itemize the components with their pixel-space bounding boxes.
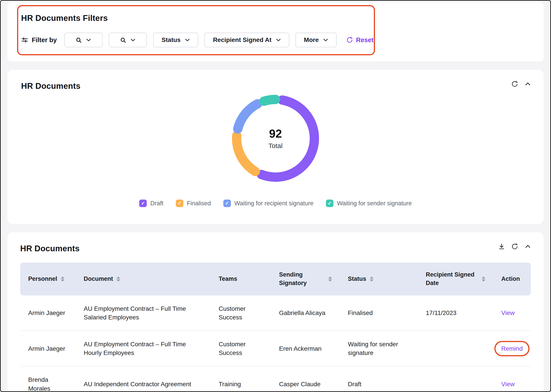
column-label: Action <box>501 275 520 283</box>
cell-sending-signatory: Casper Claude <box>271 366 340 392</box>
search-filter-dropdown-1[interactable] <box>64 33 103 47</box>
status-filter-dropdown[interactable]: Status <box>153 33 198 47</box>
table-row: Armin Jaeger AU Employment Contract – Fu… <box>20 295 531 331</box>
chart-card-title: HR Documents <box>21 81 530 91</box>
chevron-down-icon <box>276 38 281 42</box>
donut-total-label: Total <box>268 142 282 150</box>
sort-icon[interactable] <box>328 277 332 281</box>
legend-item-draft[interactable]: Draft <box>139 200 163 207</box>
table-row: Brenda Morales AU Independent Contractor… <box>20 366 531 392</box>
reset-icon <box>346 37 353 43</box>
donut-total-value: 92 <box>269 127 282 140</box>
cell-document: AU Employment Contract – Full Time Salar… <box>76 295 211 331</box>
column-header-document[interactable]: Document <box>76 263 211 295</box>
search-icon <box>76 37 82 43</box>
sort-icon[interactable] <box>117 277 120 281</box>
filter-row: Filter by <box>21 33 530 47</box>
column-label: Recipient Signed Date <box>426 271 478 287</box>
donut-chart: 92 Total <box>229 92 322 185</box>
table-header-row: Personnel Document Teams Sending Signato… <box>20 263 531 295</box>
cell-action: Remind <box>493 331 531 366</box>
chevron-down-icon <box>323 38 328 42</box>
recipient-signed-at-filter-dropdown[interactable]: Recipient Signed At <box>204 33 289 47</box>
collapse-chevron-up-icon[interactable] <box>524 81 531 87</box>
recipient-signed-at-dropdown-label: Recipient Signed At <box>213 36 271 43</box>
status-dropdown-label: Status <box>162 36 181 43</box>
table-row: Armin Jaeger AU Employment Contract – Fu… <box>20 331 531 366</box>
reset-button[interactable]: Reset <box>346 36 374 44</box>
sliders-filter-icon <box>21 36 28 43</box>
more-dropdown-label: More <box>304 36 319 43</box>
cell-recipient-signed-date <box>418 366 493 392</box>
chart-legend: Draft Finalised Waiting for recipient si… <box>139 200 412 207</box>
cell-status: Draft <box>340 366 418 392</box>
cell-action: View <box>493 295 531 331</box>
donut-center: 92 Total <box>229 92 322 185</box>
legend-item-waiting-sender[interactable]: Waiting for sender signature <box>326 200 412 207</box>
reset-label: Reset <box>356 36 374 44</box>
table-card: HR Documents <box>7 232 544 392</box>
search-filter-dropdown-2[interactable] <box>109 33 147 47</box>
cell-sending-signatory: Eren Ackerman <box>271 331 340 366</box>
chevron-down-icon <box>185 38 190 42</box>
dashboard-page: HR Documents Filters Filter by <box>0 0 551 392</box>
view-link[interactable]: View <box>501 309 515 316</box>
table-card-toolbar <box>498 243 531 250</box>
cell-personnel: Armin Jaeger <box>20 331 76 366</box>
filters-card: HR Documents Filters Filter by <box>7 2 544 62</box>
column-header-sending-signatory[interactable]: Sending Signatory <box>271 263 340 295</box>
filter-by-label: Filter by <box>32 36 57 44</box>
column-label: Document <box>84 275 113 283</box>
checkbox-checked-icon <box>326 200 334 207</box>
column-label: Status <box>348 275 366 283</box>
column-header-teams: Teams <box>211 263 271 295</box>
remind-annotation-oval: Remind <box>494 341 530 356</box>
checkbox-checked-icon <box>139 200 147 207</box>
cell-status: Finalised <box>340 295 418 331</box>
refresh-button[interactable] <box>511 81 518 87</box>
cell-document: AU Independent Contractor Agreement <box>76 366 211 392</box>
column-header-action: Action <box>493 263 531 295</box>
legend-label: Waiting for recipient signature <box>234 200 314 207</box>
cell-teams: Training <box>211 366 271 392</box>
search-icon <box>120 37 126 43</box>
cell-recipient-signed-date: 17/11/2023 <box>418 295 493 331</box>
table-card-title: HR Documents <box>20 244 531 253</box>
view-link[interactable]: View <box>501 381 515 388</box>
refresh-button[interactable] <box>511 243 518 250</box>
filters-card-title: HR Documents Filters <box>21 14 530 23</box>
sort-icon[interactable] <box>482 277 485 281</box>
remind-link[interactable]: Remind <box>501 345 523 352</box>
cell-teams: Customer Success <box>211 295 271 331</box>
legend-label: Waiting for sender signature <box>337 200 412 207</box>
column-header-recipient-signed-date[interactable]: Recipient Signed Date <box>418 263 493 295</box>
cell-teams: Customer Success <box>211 331 271 366</box>
sort-icon[interactable] <box>61 277 64 281</box>
chart-card-toolbar <box>511 81 531 87</box>
cell-personnel: Armin Jaeger <box>20 295 76 331</box>
download-icon[interactable] <box>498 243 505 250</box>
filter-by: Filter by <box>21 36 57 44</box>
legend-item-finalised[interactable]: Finalised <box>176 200 211 207</box>
cell-document: AU Employment Contract – Full Time Hourl… <box>76 331 211 366</box>
legend-label: Finalised <box>187 200 211 207</box>
cell-recipient-signed-date <box>418 331 493 366</box>
collapse-chevron-up-icon[interactable] <box>524 243 531 250</box>
legend-item-waiting-recipient[interactable]: Waiting for recipient signature <box>223 200 314 207</box>
chevron-down-icon <box>86 38 91 42</box>
sort-icon[interactable] <box>370 277 373 281</box>
more-filter-dropdown[interactable]: More <box>295 33 336 47</box>
donut-chart-area: 92 Total Draft Finalised Waiting for rec… <box>21 92 530 207</box>
column-header-status[interactable]: Status <box>340 263 418 295</box>
cell-action: View <box>493 366 531 392</box>
legend-label: Draft <box>150 200 163 207</box>
column-header-personnel[interactable]: Personnel <box>20 263 76 295</box>
checkbox-checked-icon <box>176 200 183 207</box>
column-label: Teams <box>219 275 237 283</box>
column-label: Personnel <box>28 275 57 283</box>
chevron-down-icon <box>131 38 135 42</box>
column-label: Sending Signatory <box>279 271 325 287</box>
cell-status: Waiting for sender signature <box>340 331 418 366</box>
cell-personnel: Brenda Morales <box>20 366 76 392</box>
checkbox-checked-icon <box>223 200 231 207</box>
